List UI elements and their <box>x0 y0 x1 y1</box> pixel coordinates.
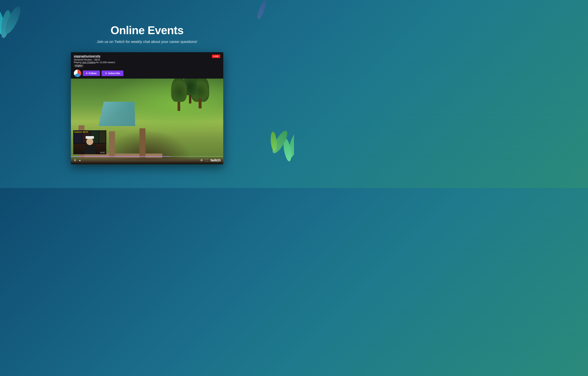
page-title: Online Events <box>110 24 183 37</box>
star-icon: ☆ <box>105 72 107 75</box>
stream-actions: ♥ Follow ☆ Subscribe <box>74 70 220 77</box>
pause-button[interactable]: ⏸ <box>74 159 76 162</box>
person-head <box>86 138 93 145</box>
twitch-embed: siggraphuniversity Showreel Review – 08/… <box>71 52 223 165</box>
donation-notification: DaddyUvi: $50.00 <box>74 131 88 133</box>
video-area[interactable]: DaddyUvi: $50.00 29,287 ⏸ ◂ ⚙ ⛶ twitch <box>71 78 223 165</box>
person-hat <box>86 136 94 139</box>
viewer-count-overlay: 29,287 <box>100 152 105 154</box>
video-controls: ⏸ ◂ ⚙ ⛶ twitch <box>71 156 223 164</box>
channel-avatar[interactable] <box>74 70 81 77</box>
leaf-purple <box>256 0 267 20</box>
webcam-person <box>73 131 106 154</box>
subscribe-label: Subscribe <box>108 72 120 75</box>
game-name-link[interactable]: Just Chatting <box>82 61 95 64</box>
wall-v2 <box>109 131 115 158</box>
live-badge: LIVE <box>212 55 220 58</box>
follow-label: Follow <box>89 72 96 75</box>
person-body <box>84 145 95 154</box>
stream-tag[interactable]: English <box>74 64 84 67</box>
avatar-image <box>74 70 81 77</box>
stream-top-row: siggraphuniversity Showreel Review – 08/… <box>74 55 220 67</box>
page-subtitle: Join us on Twitch for weekly chat about … <box>97 40 197 44</box>
settings-button[interactable]: ⚙ <box>200 158 203 162</box>
twitch-logo: twitch <box>210 158 221 163</box>
stream-info-bar: siggraphuniversity Showreel Review – 08/… <box>71 52 223 78</box>
fullscreen-button[interactable]: ⛶ <box>205 159 208 162</box>
volume-button[interactable]: ◂ <box>79 158 80 162</box>
stream-game: Playing Just Chatting for 13,008 viewers <box>74 61 115 64</box>
channel-name-link[interactable]: siggraphuniversity <box>74 55 115 58</box>
follow-button[interactable]: ♥ Follow <box>83 70 100 76</box>
controls-right: ⚙ ⛶ twitch <box>200 158 221 163</box>
webcam-overlay: DaddyUvi: $50.00 29,287 <box>73 130 106 154</box>
stream-title: Showreel Review – 08/22 <box>74 58 115 61</box>
page-content: Online Events Join us on Twitch for week… <box>0 24 294 165</box>
controls-left: ⏸ ◂ <box>74 158 80 162</box>
subscribe-button[interactable]: ☆ Subscribe <box>102 70 124 76</box>
heart-icon: ♥ <box>86 72 88 75</box>
wall-v3 <box>139 128 146 158</box>
stream-meta: siggraphuniversity Showreel Review – 08/… <box>74 55 115 67</box>
